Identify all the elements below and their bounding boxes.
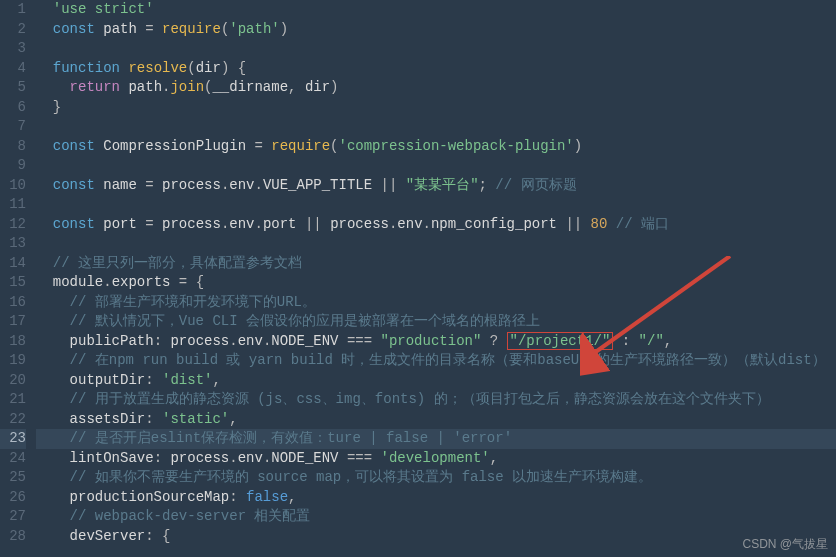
line-number: 17	[0, 312, 26, 332]
line-number: 25	[0, 468, 26, 488]
watermark: CSDN @气拔星	[742, 536, 828, 553]
line-number: 9	[0, 156, 26, 176]
code-line	[36, 195, 836, 215]
code-line: publicPath: process.env.NODE_ENV === "pr…	[36, 332, 836, 352]
line-number: 22	[0, 410, 26, 430]
code-line: const path = require('path')	[36, 20, 836, 40]
code-line: // 这里只列一部分，具体配置参考文档	[36, 254, 836, 274]
line-number: 18	[0, 332, 26, 352]
code-line: const port = process.env.port || process…	[36, 215, 836, 235]
code-editor[interactable]: 1234567891011121314151617181920212223242…	[0, 0, 836, 546]
line-number: 10	[0, 176, 26, 196]
code-line: lintOnSave: process.env.NODE_ENV === 'de…	[36, 449, 836, 469]
line-number: 23	[0, 429, 26, 449]
line-number: 11	[0, 195, 26, 215]
code-line: // 在npm run build 或 yarn build 时，生成文件的目录…	[36, 351, 836, 371]
code-area[interactable]: 'use strict' const path = require('path'…	[36, 0, 836, 546]
line-number: 27	[0, 507, 26, 527]
line-number: 5	[0, 78, 26, 98]
line-number: 3	[0, 39, 26, 59]
line-number: 21	[0, 390, 26, 410]
line-number: 26	[0, 488, 26, 508]
line-number: 7	[0, 117, 26, 137]
line-number: 2	[0, 20, 26, 40]
code-line: function resolve(dir) {	[36, 59, 836, 79]
line-number-gutter: 1234567891011121314151617181920212223242…	[0, 0, 36, 546]
line-number: 14	[0, 254, 26, 274]
line-number: 13	[0, 234, 26, 254]
code-line	[36, 156, 836, 176]
code-line	[36, 234, 836, 254]
code-line: module.exports = {	[36, 273, 836, 293]
code-line: // 默认情况下，Vue CLI 会假设你的应用是被部署在一个域名的根路径上	[36, 312, 836, 332]
code-line: productionSourceMap: false,	[36, 488, 836, 508]
line-number: 19	[0, 351, 26, 371]
line-number: 15	[0, 273, 26, 293]
code-line	[36, 117, 836, 137]
code-line: return path.join(__dirname, dir)	[36, 78, 836, 98]
code-line: // 用于放置生成的静态资源 (js、css、img、fonts) 的；（项目打…	[36, 390, 836, 410]
code-line: }	[36, 98, 836, 118]
code-line: // 部署生产环境和开发环境下的URL。	[36, 293, 836, 313]
code-line: assetsDir: 'static',	[36, 410, 836, 430]
code-line: const name = process.env.VUE_APP_TITLE |…	[36, 176, 836, 196]
line-number: 20	[0, 371, 26, 391]
line-number: 16	[0, 293, 26, 313]
code-line: outputDir: 'dist',	[36, 371, 836, 391]
code-line: // 如果你不需要生产环境的 source map，可以将其设置为 false …	[36, 468, 836, 488]
code-line: devServer: {	[36, 527, 836, 547]
code-line: // webpack-dev-server 相关配置	[36, 507, 836, 527]
line-number: 24	[0, 449, 26, 469]
code-line: // 是否开启eslint保存检测，有效值：ture | false | 'er…	[36, 429, 836, 449]
line-number: 6	[0, 98, 26, 118]
line-number: 1	[0, 0, 26, 20]
line-number: 8	[0, 137, 26, 157]
line-number: 4	[0, 59, 26, 79]
code-line: const CompressionPlugin = require('compr…	[36, 137, 836, 157]
line-number: 28	[0, 527, 26, 547]
code-line: 'use strict'	[36, 0, 836, 20]
code-line	[36, 39, 836, 59]
line-number: 12	[0, 215, 26, 235]
